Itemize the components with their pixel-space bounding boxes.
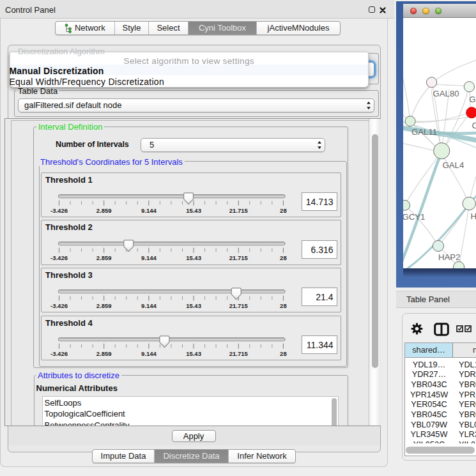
svg-text:15.43: 15.43 <box>186 349 201 357</box>
svg-text:-3.426: -3.426 <box>50 349 68 357</box>
svg-text:28: 28 <box>280 206 287 213</box>
svg-text:HAP2: HAP2 <box>438 252 460 262</box>
svg-text:15.43: 15.43 <box>186 206 201 213</box>
svg-text:21.715: 21.715 <box>229 206 249 213</box>
svg-text:GAL4: GAL4 <box>442 160 464 170</box>
svg-text:9.144: 9.144 <box>141 302 157 309</box>
svg-text:21.715: 21.715 <box>229 349 249 357</box>
svg-text:21.715: 21.715 <box>229 302 249 309</box>
svg-text:GAL: GAL <box>469 95 476 104</box>
svg-text:2.859: 2.859 <box>96 206 112 213</box>
svg-text:GCY1: GCY1 <box>403 212 425 222</box>
svg-text:2.859: 2.859 <box>96 302 112 309</box>
svg-text:2.859: 2.859 <box>96 349 112 357</box>
svg-text:15.43: 15.43 <box>186 302 201 309</box>
svg-text:28: 28 <box>280 302 287 309</box>
svg-text:9.144: 9.144 <box>141 349 157 357</box>
svg-text:GAL11: GAL11 <box>411 127 437 137</box>
svg-text:GAL80: GAL80 <box>433 89 459 98</box>
svg-text:-3.426: -3.426 <box>50 302 68 309</box>
svg-text:9.144: 9.144 <box>141 254 157 261</box>
svg-text:-3.426: -3.426 <box>50 206 68 213</box>
svg-text:28: 28 <box>280 349 287 357</box>
svg-text:15.43: 15.43 <box>186 254 201 261</box>
svg-text:-3.426: -3.426 <box>50 254 68 261</box>
svg-text:C: C <box>472 121 476 130</box>
svg-text:H: H <box>470 211 476 221</box>
svg-text:2.859: 2.859 <box>96 254 112 261</box>
svg-text:21.715: 21.715 <box>229 254 249 261</box>
svg-text:9.144: 9.144 <box>141 206 157 213</box>
svg-text:28: 28 <box>280 254 287 261</box>
